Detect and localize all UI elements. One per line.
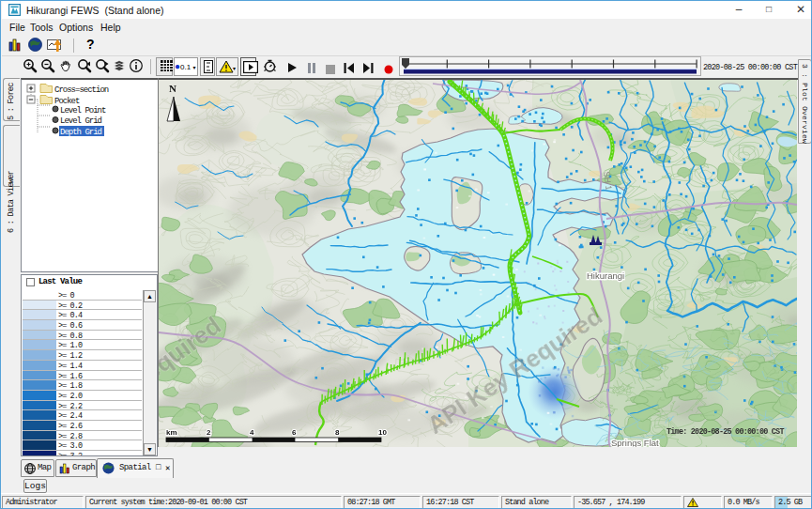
svg-text:4: 4 xyxy=(250,428,254,437)
svg-text:6: 6 xyxy=(292,428,297,437)
svg-text:Pocket: Pocket xyxy=(54,97,80,106)
svg-text:N: N xyxy=(169,83,176,94)
svg-text:8: 8 xyxy=(335,428,340,437)
svg-text:Level Grid: Level Grid xyxy=(60,116,102,126)
svg-text:Level Point: Level Point xyxy=(60,106,106,116)
svg-text:Springs Flat: Springs Flat xyxy=(611,438,659,447)
svg-text:Time: 2020-08-25 00:00:00 CST: Time: 2020-08-25 00:00:00 CST xyxy=(666,427,784,437)
svg-text:Cross=section: Cross=section xyxy=(54,85,109,95)
svg-text:Hikurangi: Hikurangi xyxy=(587,270,624,281)
svg-text:10: 10 xyxy=(378,428,387,437)
svg-text:Depth Grid: Depth Grid xyxy=(60,128,102,137)
svg-text:km: km xyxy=(166,428,177,437)
svg-text:2: 2 xyxy=(207,428,211,437)
